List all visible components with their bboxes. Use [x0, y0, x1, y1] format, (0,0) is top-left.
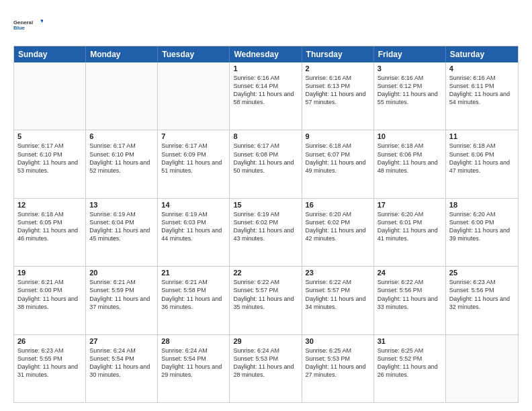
day-number: 20	[89, 269, 154, 277]
day-number: 21	[161, 269, 226, 277]
day-info: Sunrise: 6:18 AM Sunset: 6:05 PM Dayligh…	[17, 210, 82, 243]
calendar-day-15: 15Sunrise: 6:19 AM Sunset: 6:02 PM Dayli…	[230, 199, 302, 266]
day-number: 6	[89, 132, 154, 140]
calendar-day-21: 21Sunrise: 6:21 AM Sunset: 5:58 PM Dayli…	[158, 267, 230, 334]
day-info: Sunrise: 6:17 AM Sunset: 6:09 PM Dayligh…	[161, 142, 226, 175]
day-number: 25	[449, 269, 515, 277]
day-info: Sunrise: 6:22 AM Sunset: 5:56 PM Dayligh…	[378, 278, 442, 311]
day-header-sunday: Sunday	[14, 46, 86, 62]
logo: General Blue	[13, 11, 43, 40]
calendar-day-17: 17Sunrise: 6:20 AM Sunset: 6:01 PM Dayli…	[374, 199, 446, 266]
day-number: 29	[233, 337, 298, 345]
day-number: 11	[449, 132, 515, 140]
calendar-day-2: 2Sunrise: 6:16 AM Sunset: 6:13 PM Daylig…	[302, 62, 374, 130]
calendar-day-23: 23Sunrise: 6:22 AM Sunset: 5:57 PM Dayli…	[302, 267, 374, 334]
empty-cell	[86, 62, 158, 130]
calendar-day-3: 3Sunrise: 6:16 AM Sunset: 6:12 PM Daylig…	[374, 62, 446, 130]
calendar-day-13: 13Sunrise: 6:19 AM Sunset: 6:04 PM Dayli…	[86, 199, 158, 266]
empty-cell	[446, 335, 518, 402]
day-info: Sunrise: 6:18 AM Sunset: 6:06 PM Dayligh…	[378, 142, 442, 175]
day-header-monday: Monday	[86, 46, 158, 62]
calendar-day-1: 1Sunrise: 6:16 AM Sunset: 6:14 PM Daylig…	[230, 62, 302, 130]
calendar-day-5: 5Sunrise: 6:17 AM Sunset: 6:10 PM Daylig…	[14, 130, 86, 197]
calendar-week-2: 12Sunrise: 6:18 AM Sunset: 6:05 PM Dayli…	[14, 198, 518, 266]
day-info: Sunrise: 6:20 AM Sunset: 6:02 PM Dayligh…	[306, 210, 370, 243]
day-number: 28	[161, 337, 226, 345]
day-info: Sunrise: 6:18 AM Sunset: 6:07 PM Dayligh…	[306, 142, 370, 175]
calendar-day-20: 20Sunrise: 6:21 AM Sunset: 5:59 PM Dayli…	[86, 267, 158, 334]
day-number: 9	[306, 132, 370, 140]
day-number: 10	[378, 132, 442, 140]
day-number: 22	[233, 269, 298, 277]
day-info: Sunrise: 6:22 AM Sunset: 5:57 PM Dayligh…	[233, 278, 298, 311]
day-number: 3	[378, 64, 442, 73]
day-header-thursday: Thursday	[302, 46, 374, 62]
day-header-saturday: Saturday	[446, 46, 518, 62]
day-info: Sunrise: 6:21 AM Sunset: 5:59 PM Dayligh…	[89, 278, 154, 311]
calendar-day-7: 7Sunrise: 6:17 AM Sunset: 6:09 PM Daylig…	[158, 130, 230, 197]
calendar-day-24: 24Sunrise: 6:22 AM Sunset: 5:56 PM Dayli…	[374, 267, 446, 334]
page: General Blue SundayMondayTuesdayWednesda…	[0, 0, 532, 411]
day-number: 15	[233, 201, 298, 209]
day-info: Sunrise: 6:24 AM Sunset: 5:54 PM Dayligh…	[89, 347, 154, 379]
day-info: Sunrise: 6:16 AM Sunset: 6:12 PM Dayligh…	[378, 74, 442, 107]
day-number: 12	[17, 201, 82, 209]
calendar-week-0: 1Sunrise: 6:16 AM Sunset: 6:14 PM Daylig…	[14, 62, 518, 130]
day-number: 19	[17, 269, 82, 277]
day-number: 8	[233, 132, 298, 140]
empty-cell	[158, 62, 230, 130]
day-number: 24	[378, 269, 442, 277]
calendar-day-30: 30Sunrise: 6:25 AM Sunset: 5:53 PM Dayli…	[302, 335, 374, 402]
day-header-friday: Friday	[374, 46, 446, 62]
calendar-day-12: 12Sunrise: 6:18 AM Sunset: 6:05 PM Dayli…	[14, 199, 86, 266]
calendar-week-4: 26Sunrise: 6:23 AM Sunset: 5:55 PM Dayli…	[14, 334, 518, 402]
day-info: Sunrise: 6:21 AM Sunset: 6:00 PM Dayligh…	[17, 278, 82, 311]
day-info: Sunrise: 6:21 AM Sunset: 5:58 PM Dayligh…	[161, 278, 226, 311]
day-info: Sunrise: 6:23 AM Sunset: 5:55 PM Dayligh…	[17, 347, 82, 379]
day-number: 18	[449, 201, 515, 209]
day-number: 17	[378, 201, 442, 209]
calendar-day-6: 6Sunrise: 6:17 AM Sunset: 6:10 PM Daylig…	[86, 130, 158, 197]
calendar-day-22: 22Sunrise: 6:22 AM Sunset: 5:57 PM Dayli…	[230, 267, 302, 334]
calendar: SundayMondayTuesdayWednesdayThursdayFrid…	[13, 46, 519, 403]
day-info: Sunrise: 6:25 AM Sunset: 5:53 PM Dayligh…	[306, 347, 370, 379]
svg-text:Blue: Blue	[13, 25, 26, 31]
day-info: Sunrise: 6:19 AM Sunset: 6:04 PM Dayligh…	[89, 210, 154, 243]
day-number: 23	[306, 269, 370, 277]
day-info: Sunrise: 6:24 AM Sunset: 5:53 PM Dayligh…	[233, 347, 298, 379]
calendar-header: SundayMondayTuesdayWednesdayThursdayFrid…	[14, 46, 518, 62]
day-number: 14	[161, 201, 226, 209]
day-number: 16	[306, 201, 370, 209]
calendar-day-28: 28Sunrise: 6:24 AM Sunset: 5:54 PM Dayli…	[158, 335, 230, 402]
calendar-day-25: 25Sunrise: 6:23 AM Sunset: 5:56 PM Dayli…	[446, 267, 518, 334]
day-info: Sunrise: 6:20 AM Sunset: 6:00 PM Dayligh…	[449, 210, 515, 243]
calendar-day-4: 4Sunrise: 6:16 AM Sunset: 6:11 PM Daylig…	[446, 62, 518, 130]
day-info: Sunrise: 6:25 AM Sunset: 5:52 PM Dayligh…	[378, 347, 442, 379]
calendar-day-10: 10Sunrise: 6:18 AM Sunset: 6:06 PM Dayli…	[374, 130, 446, 197]
day-number: 30	[306, 337, 370, 345]
day-number: 2	[306, 64, 370, 73]
header: General Blue	[13, 11, 519, 40]
calendar-day-29: 29Sunrise: 6:24 AM Sunset: 5:53 PM Dayli…	[230, 335, 302, 402]
day-info: Sunrise: 6:22 AM Sunset: 5:57 PM Dayligh…	[306, 278, 370, 311]
calendar-day-26: 26Sunrise: 6:23 AM Sunset: 5:55 PM Dayli…	[14, 335, 86, 402]
day-info: Sunrise: 6:18 AM Sunset: 6:06 PM Dayligh…	[449, 142, 515, 175]
day-info: Sunrise: 6:16 AM Sunset: 6:11 PM Dayligh…	[449, 74, 515, 107]
calendar-body: 1Sunrise: 6:16 AM Sunset: 6:14 PM Daylig…	[14, 62, 518, 402]
calendar-day-18: 18Sunrise: 6:20 AM Sunset: 6:00 PM Dayli…	[446, 199, 518, 266]
day-info: Sunrise: 6:23 AM Sunset: 5:56 PM Dayligh…	[449, 278, 515, 311]
day-number: 27	[89, 337, 154, 345]
calendar-day-27: 27Sunrise: 6:24 AM Sunset: 5:54 PM Dayli…	[86, 335, 158, 402]
day-number: 7	[161, 132, 226, 140]
day-number: 5	[17, 132, 82, 140]
day-number: 31	[378, 337, 442, 345]
day-header-tuesday: Tuesday	[158, 46, 230, 62]
calendar-day-19: 19Sunrise: 6:21 AM Sunset: 6:00 PM Dayli…	[14, 267, 86, 334]
day-number: 4	[449, 64, 515, 73]
day-number: 1	[233, 64, 298, 73]
day-info: Sunrise: 6:19 AM Sunset: 6:03 PM Dayligh…	[161, 210, 226, 243]
calendar-week-3: 19Sunrise: 6:21 AM Sunset: 6:00 PM Dayli…	[14, 266, 518, 334]
empty-cell	[14, 62, 86, 130]
day-info: Sunrise: 6:16 AM Sunset: 6:14 PM Dayligh…	[233, 74, 298, 107]
day-header-wednesday: Wednesday	[230, 46, 302, 62]
